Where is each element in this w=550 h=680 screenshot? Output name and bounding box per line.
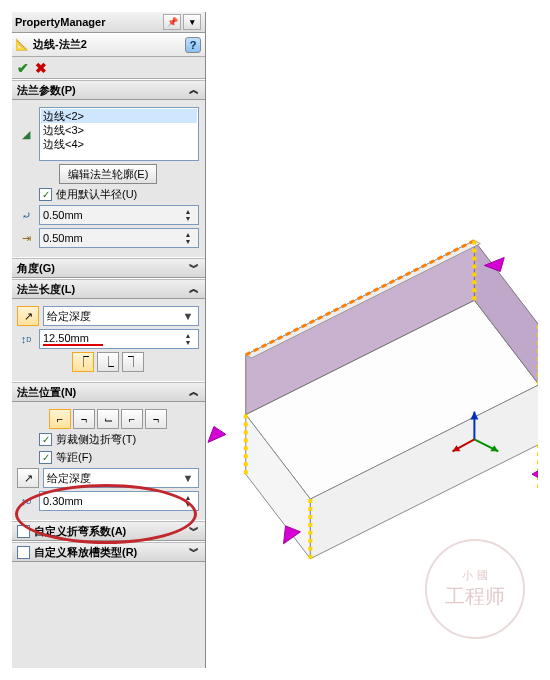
chevron-down-icon: ︾ <box>189 261 199 275</box>
ok-button[interactable]: ✔ <box>17 60 29 76</box>
length-ref-outer-virtual[interactable]: ⎾ <box>72 352 94 372</box>
trim-side-bends-label: 剪裁侧边折弯(T) <box>56 432 136 447</box>
chevron-up-icon: ︽ <box>189 83 199 97</box>
graphics-viewport[interactable]: 小 國 工程师 <box>206 11 539 669</box>
use-default-radius-checkbox[interactable]: ✓ <box>39 188 52 201</box>
section-header-angle[interactable]: 角度(G) ︾ <box>11 258 205 278</box>
trim-side-bends-checkbox[interactable]: ✓ <box>39 433 52 446</box>
length-end-condition-icon[interactable]: ↗ <box>17 306 39 326</box>
offset-dim-icon: ↕D <box>17 492 35 510</box>
offset-end-condition-icon[interactable]: ↗ <box>17 468 39 488</box>
gap-distance-icon: ⇥ <box>17 229 35 247</box>
section-title: 自定义释放槽类型(R) <box>34 545 137 560</box>
property-manager-panel: PropertyManager 📌 ▾ 📐 边线-法兰2 ? ✔ ✖ 法兰参数(… <box>11 11 206 669</box>
custom-bend-allowance-checkbox[interactable] <box>17 525 30 538</box>
spinner-icon[interactable]: ▲▼ <box>181 332 195 346</box>
pos-tangent[interactable]: ¬ <box>145 409 167 429</box>
section-header-length[interactable]: 法兰长度(L) ︽ <box>11 279 205 299</box>
confirm-row: ✔ ✖ <box>11 57 205 79</box>
dropdown-arrow-icon: ▼ <box>181 472 195 484</box>
pos-material-outside[interactable]: ¬ <box>73 409 95 429</box>
section-header-relief[interactable]: 自定义释放槽类型(R) ︾ <box>11 542 205 562</box>
section-title: 法兰长度(L) <box>17 282 75 297</box>
cancel-button[interactable]: ✖ <box>35 60 47 76</box>
chevron-up-icon: ︽ <box>189 282 199 296</box>
section-title: 自定义折弯系数(A) <box>34 524 126 539</box>
svg-marker-13 <box>208 426 226 442</box>
section-header-params[interactable]: 法兰参数(P) ︽ <box>11 80 205 100</box>
spinner-icon[interactable]: ▲▼ <box>181 494 195 508</box>
pm-titlebar: PropertyManager 📌 ▾ <box>11 11 205 33</box>
list-item[interactable]: 边线<4> <box>41 137 197 151</box>
section-header-bend-allowance[interactable]: 自定义折弯系数(A) ︾ <box>11 521 205 541</box>
spinner-icon[interactable]: ▲▼ <box>181 208 195 222</box>
offset-condition-combo[interactable]: 给定深度 ▼ <box>43 468 199 488</box>
list-item[interactable]: 边线<3> <box>41 123 197 137</box>
help-button[interactable]: ? <box>185 37 201 53</box>
custom-relief-checkbox[interactable] <box>17 546 30 559</box>
pos-bend-outside[interactable]: ⌙ <box>97 409 119 429</box>
gap-distance-input[interactable]: 0.50mm ▲▼ <box>39 228 199 248</box>
section-header-position[interactable]: 法兰位置(N) ︽ <box>11 382 205 402</box>
spinner-icon[interactable]: ▲▼ <box>181 231 195 245</box>
length-condition-combo[interactable]: 给定深度 ▼ <box>43 306 199 326</box>
length-value-input[interactable]: 12.50mm ▲▼ <box>39 329 199 349</box>
length-dim-icon: ↕D <box>17 330 35 348</box>
chevron-down-icon: ︾ <box>189 545 199 559</box>
equal-offset-label: 等距(F) <box>56 450 92 465</box>
bend-radius-icon: ⤾ <box>17 206 35 224</box>
dropdown-arrow-icon: ▼ <box>181 310 195 322</box>
feature-name: 边线-法兰2 <box>33 37 87 52</box>
pos-material-inside[interactable]: ⌐ <box>49 409 71 429</box>
offset-value-input[interactable]: 0.30mm ▲▼ <box>39 491 199 511</box>
section-title: 法兰位置(N) <box>17 385 76 400</box>
edge-flange-icon: 📐 <box>15 38 29 51</box>
section-title: 法兰参数(P) <box>17 83 76 98</box>
edit-profile-button[interactable]: 编辑法兰轮廓(E) <box>59 164 158 184</box>
chevron-down-icon: ︾ <box>189 524 199 538</box>
equal-offset-checkbox[interactable]: ✓ <box>39 451 52 464</box>
pm-title-text: PropertyManager <box>15 16 105 28</box>
length-ref-tangent[interactable]: ⏋ <box>122 352 144 372</box>
edge-select-icon: ◢ <box>17 125 35 143</box>
section-title: 角度(G) <box>17 261 55 276</box>
pm-pin-button[interactable]: 📌 <box>163 14 181 30</box>
pm-options-button[interactable]: ▾ <box>183 14 201 30</box>
feature-header: 📐 边线-法兰2 ? <box>11 33 205 57</box>
watermark: 小 國 工程师 <box>425 539 525 639</box>
use-default-radius-label: 使用默认半径(U) <box>56 187 137 202</box>
length-ref-inner-virtual[interactable]: ⎿ <box>97 352 119 372</box>
list-item[interactable]: 边线<2> <box>41 109 197 123</box>
pos-virtual-sharp[interactable]: ⌐ <box>121 409 143 429</box>
chevron-up-icon: ︽ <box>189 385 199 399</box>
bend-radius-input[interactable]: 0.50mm ▲▼ <box>39 205 199 225</box>
edge-selection-list[interactable]: 边线<2> 边线<3> 边线<4> <box>39 107 199 161</box>
